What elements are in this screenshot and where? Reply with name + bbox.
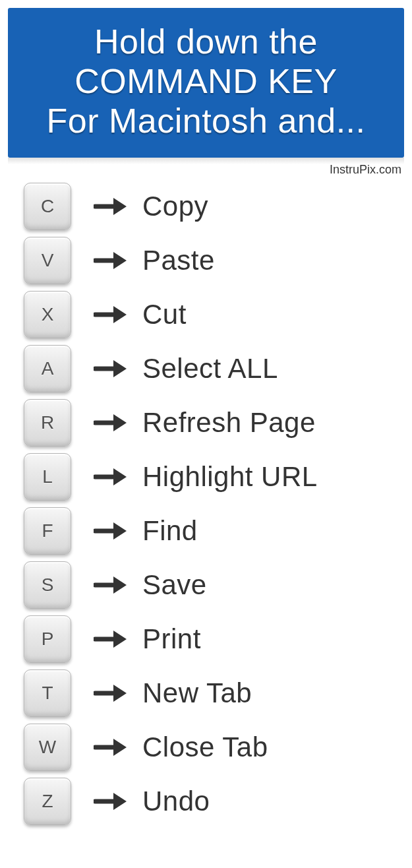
shortcut-row: X Cut: [24, 291, 399, 338]
shortcut-row: F Find: [24, 507, 399, 555]
action-label: Undo: [142, 786, 210, 817]
keyboard-key: S: [24, 561, 71, 609]
header-line-2: COMMAND KEY: [15, 62, 397, 102]
header-line-1: Hold down the: [15, 22, 397, 62]
keyboard-key: T: [24, 669, 71, 717]
key-label: S: [42, 574, 54, 596]
shortcut-row: Z Undo: [24, 778, 399, 825]
keyboard-key: F: [24, 507, 71, 555]
shortcut-row: S Save: [24, 561, 399, 609]
arrow-right-icon: [91, 251, 131, 270]
key-label: R: [41, 412, 54, 433]
keyboard-key: A: [24, 345, 71, 392]
key-label: F: [42, 520, 53, 542]
shortcut-row: C Copy: [24, 183, 399, 230]
arrow-right-icon: [91, 683, 131, 703]
arrow-right-icon: [91, 575, 131, 595]
arrow-right-icon: [91, 467, 131, 487]
keyboard-key: W: [24, 724, 71, 771]
shortcut-row: V Paste: [24, 237, 399, 284]
arrow-right-icon: [91, 791, 131, 811]
key-label: C: [41, 196, 54, 217]
keyboard-key: P: [24, 615, 71, 663]
action-label: Refresh Page: [142, 407, 316, 439]
action-label: Copy: [142, 191, 208, 222]
key-label: L: [42, 466, 53, 487]
shortcut-row: R Refresh Page: [24, 399, 399, 447]
source-credit: InstruPix.com: [0, 158, 412, 180]
arrow-right-icon: [91, 737, 131, 757]
header-banner: Hold down the COMMAND KEY For Macintosh …: [8, 8, 404, 158]
key-label: Z: [42, 791, 53, 812]
shortcut-row: T New Tab: [24, 669, 399, 717]
keyboard-key: X: [24, 291, 71, 338]
key-label: W: [39, 737, 56, 758]
header-line-3: For Macintosh and...: [15, 102, 397, 141]
action-label: Highlight URL: [142, 461, 318, 493]
action-label: Save: [142, 569, 207, 601]
action-label: Print: [142, 623, 201, 655]
action-label: Close Tab: [142, 731, 268, 763]
key-label: V: [42, 250, 54, 271]
shortcut-row: P Print: [24, 615, 399, 663]
keyboard-key: C: [24, 183, 71, 230]
key-label: P: [42, 629, 54, 650]
shortcut-row: W Close Tab: [24, 724, 399, 771]
key-label: T: [42, 683, 53, 704]
arrow-right-icon: [91, 359, 131, 379]
action-label: Paste: [142, 245, 215, 276]
shortcut-row: L Highlight URL: [24, 453, 399, 501]
action-label: Select ALL: [142, 353, 278, 385]
action-label: New Tab: [142, 677, 252, 709]
key-label: X: [42, 304, 54, 325]
keyboard-key: Z: [24, 778, 71, 825]
keyboard-key: V: [24, 237, 71, 284]
shortcut-list: C CopyV PasteX CutA Select ALLR Refresh …: [0, 180, 412, 825]
arrow-right-icon: [91, 521, 131, 541]
shortcut-row: A Select ALL: [24, 345, 399, 392]
arrow-right-icon: [91, 197, 131, 216]
action-label: Find: [142, 515, 198, 547]
arrow-right-icon: [91, 305, 131, 325]
keyboard-key: L: [24, 453, 71, 501]
keyboard-key: R: [24, 399, 71, 447]
action-label: Cut: [142, 299, 187, 330]
arrow-right-icon: [91, 413, 131, 433]
arrow-right-icon: [91, 629, 131, 649]
key-label: A: [42, 358, 54, 379]
